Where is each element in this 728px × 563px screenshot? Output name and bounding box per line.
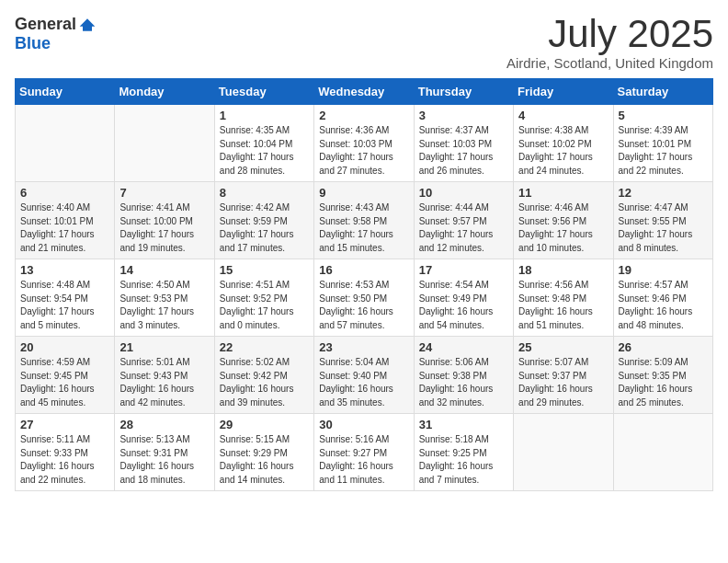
day-info: Sunrise: 5:13 AM Sunset: 9:31 PM Dayligh… (119, 433, 209, 487)
day-number: 25 (518, 340, 608, 354)
day-info: Sunrise: 4:53 AM Sunset: 9:50 PM Dayligh… (319, 279, 408, 332)
day-number: 4 (518, 109, 608, 122)
day-info: Sunrise: 4:43 AM Sunset: 9:58 PM Dayligh… (319, 201, 408, 255)
calendar-week-row: 1Sunrise: 4:35 AM Sunset: 10:04 PM Dayli… (16, 105, 713, 182)
calendar-day-cell: 13Sunrise: 4:48 AM Sunset: 9:54 PM Dayli… (16, 259, 115, 337)
day-number: 19 (619, 263, 708, 277)
day-number: 17 (419, 263, 508, 277)
day-number: 20 (20, 340, 109, 354)
day-info: Sunrise: 5:02 AM Sunset: 9:42 PM Dayligh… (220, 356, 309, 409)
day-number: 1 (220, 109, 309, 122)
day-number: 30 (319, 418, 408, 431)
day-info: Sunrise: 5:07 AM Sunset: 9:37 PM Dayligh… (518, 356, 608, 409)
calendar-day-cell: 19Sunrise: 4:57 AM Sunset: 9:46 PM Dayli… (613, 259, 712, 337)
day-number: 9 (319, 186, 408, 200)
day-info: Sunrise: 4:47 AM Sunset: 9:55 PM Dayligh… (619, 201, 708, 255)
calendar-header-thursday: Thursday (414, 79, 513, 105)
day-info: Sunrise: 5:11 AM Sunset: 9:33 PM Dayligh… (20, 433, 109, 487)
calendar-day-cell: 23Sunrise: 5:04 AM Sunset: 9:40 PM Dayli… (314, 337, 414, 414)
calendar-header-row: SundayMondayTuesdayWednesdayThursdayFrid… (16, 79, 713, 105)
day-info: Sunrise: 5:16 AM Sunset: 9:27 PM Dayligh… (319, 433, 408, 487)
calendar-week-row: 13Sunrise: 4:48 AM Sunset: 9:54 PM Dayli… (16, 259, 713, 337)
page-header: General Blue July 2025 Airdrie, Scotland… (15, 15, 713, 71)
day-number: 16 (319, 263, 408, 277)
calendar-header-sunday: Sunday (16, 79, 115, 105)
calendar-day-cell (115, 105, 214, 182)
title-section: July 2025 Airdrie, Scotland, United King… (506, 15, 713, 71)
calendar-day-cell (514, 414, 613, 491)
day-info: Sunrise: 5:18 AM Sunset: 9:25 PM Dayligh… (419, 433, 508, 487)
day-info: Sunrise: 4:56 AM Sunset: 9:48 PM Dayligh… (518, 279, 608, 332)
day-info: Sunrise: 4:38 AM Sunset: 10:02 PM Daylig… (518, 124, 608, 178)
calendar-table: SundayMondayTuesdayWednesdayThursdayFrid… (15, 78, 713, 491)
day-number: 13 (20, 263, 109, 277)
svg-marker-0 (80, 18, 96, 30)
logo: General Blue (15, 15, 97, 53)
day-info: Sunrise: 4:46 AM Sunset: 9:56 PM Dayligh… (518, 201, 608, 255)
calendar-week-row: 6Sunrise: 4:40 AM Sunset: 10:01 PM Dayli… (16, 182, 713, 259)
calendar-week-row: 27Sunrise: 5:11 AM Sunset: 9:33 PM Dayli… (16, 414, 713, 491)
day-info: Sunrise: 5:15 AM Sunset: 9:29 PM Dayligh… (220, 433, 309, 487)
calendar-day-cell: 26Sunrise: 5:09 AM Sunset: 9:35 PM Dayli… (613, 337, 712, 414)
calendar-week-row: 20Sunrise: 4:59 AM Sunset: 9:45 PM Dayli… (16, 337, 713, 414)
logo-icon (78, 16, 97, 34)
calendar-day-cell: 8Sunrise: 4:42 AM Sunset: 9:59 PM Daylig… (214, 182, 313, 259)
day-info: Sunrise: 5:06 AM Sunset: 9:38 PM Dayligh… (419, 356, 508, 409)
calendar-day-cell: 5Sunrise: 4:39 AM Sunset: 10:01 PM Dayli… (613, 105, 712, 182)
day-number: 2 (319, 109, 408, 122)
day-info: Sunrise: 4:36 AM Sunset: 10:03 PM Daylig… (319, 124, 408, 178)
day-info: Sunrise: 4:54 AM Sunset: 9:49 PM Dayligh… (419, 279, 508, 332)
day-number: 14 (119, 263, 209, 277)
calendar-day-cell: 29Sunrise: 5:15 AM Sunset: 9:29 PM Dayli… (214, 414, 313, 491)
day-info: Sunrise: 4:59 AM Sunset: 9:45 PM Dayligh… (20, 356, 109, 409)
calendar-day-cell: 24Sunrise: 5:06 AM Sunset: 9:38 PM Dayli… (414, 337, 513, 414)
day-info: Sunrise: 4:40 AM Sunset: 10:01 PM Daylig… (20, 201, 109, 255)
day-info: Sunrise: 5:04 AM Sunset: 9:40 PM Dayligh… (319, 356, 408, 409)
day-number: 31 (419, 418, 508, 431)
calendar-day-cell (613, 414, 712, 491)
day-info: Sunrise: 4:44 AM Sunset: 9:57 PM Dayligh… (419, 201, 508, 255)
calendar-day-cell: 21Sunrise: 5:01 AM Sunset: 9:43 PM Dayli… (115, 337, 214, 414)
calendar-day-cell: 3Sunrise: 4:37 AM Sunset: 10:03 PM Dayli… (414, 105, 513, 182)
day-number: 7 (119, 186, 209, 200)
calendar-day-cell: 22Sunrise: 5:02 AM Sunset: 9:42 PM Dayli… (214, 337, 313, 414)
day-info: Sunrise: 4:39 AM Sunset: 10:01 PM Daylig… (619, 124, 708, 178)
calendar-header-friday: Friday (514, 79, 613, 105)
calendar-day-cell: 15Sunrise: 4:51 AM Sunset: 9:52 PM Dayli… (214, 259, 313, 337)
calendar-header-monday: Monday (115, 79, 214, 105)
calendar-day-cell: 31Sunrise: 5:18 AM Sunset: 9:25 PM Dayli… (414, 414, 513, 491)
calendar-day-cell: 30Sunrise: 5:16 AM Sunset: 9:27 PM Dayli… (314, 414, 414, 491)
calendar-day-cell: 1Sunrise: 4:35 AM Sunset: 10:04 PM Dayli… (214, 105, 313, 182)
day-number: 18 (518, 263, 608, 277)
calendar-header-saturday: Saturday (613, 79, 712, 105)
calendar-day-cell: 25Sunrise: 5:07 AM Sunset: 9:37 PM Dayli… (514, 337, 613, 414)
day-number: 15 (220, 263, 309, 277)
day-number: 10 (419, 186, 508, 200)
day-number: 29 (220, 418, 309, 431)
calendar-day-cell: 17Sunrise: 4:54 AM Sunset: 9:49 PM Dayli… (414, 259, 513, 337)
calendar-day-cell: 2Sunrise: 4:36 AM Sunset: 10:03 PM Dayli… (314, 105, 414, 182)
day-number: 5 (619, 109, 708, 122)
day-number: 3 (419, 109, 508, 122)
day-number: 11 (518, 186, 608, 200)
logo-general-text: General (15, 15, 76, 34)
day-info: Sunrise: 4:51 AM Sunset: 9:52 PM Dayligh… (220, 279, 309, 332)
calendar-header-tuesday: Tuesday (214, 79, 313, 105)
day-info: Sunrise: 5:09 AM Sunset: 9:35 PM Dayligh… (619, 356, 708, 409)
calendar-header-wednesday: Wednesday (314, 79, 414, 105)
day-number: 21 (119, 340, 209, 354)
day-number: 6 (20, 186, 109, 200)
calendar-day-cell: 7Sunrise: 4:41 AM Sunset: 10:00 PM Dayli… (115, 182, 214, 259)
calendar-day-cell: 10Sunrise: 4:44 AM Sunset: 9:57 PM Dayli… (414, 182, 513, 259)
day-info: Sunrise: 4:48 AM Sunset: 9:54 PM Dayligh… (20, 279, 109, 332)
day-number: 26 (619, 340, 708, 354)
day-number: 8 (220, 186, 309, 200)
calendar-day-cell: 27Sunrise: 5:11 AM Sunset: 9:33 PM Dayli… (16, 414, 115, 491)
day-number: 12 (619, 186, 708, 200)
calendar-day-cell: 14Sunrise: 4:50 AM Sunset: 9:53 PM Dayli… (115, 259, 214, 337)
calendar-day-cell: 9Sunrise: 4:43 AM Sunset: 9:58 PM Daylig… (314, 182, 414, 259)
calendar-day-cell: 16Sunrise: 4:53 AM Sunset: 9:50 PM Dayli… (314, 259, 414, 337)
calendar-day-cell: 11Sunrise: 4:46 AM Sunset: 9:56 PM Dayli… (514, 182, 613, 259)
day-info: Sunrise: 4:42 AM Sunset: 9:59 PM Dayligh… (220, 201, 309, 255)
calendar-day-cell: 12Sunrise: 4:47 AM Sunset: 9:55 PM Dayli… (613, 182, 712, 259)
